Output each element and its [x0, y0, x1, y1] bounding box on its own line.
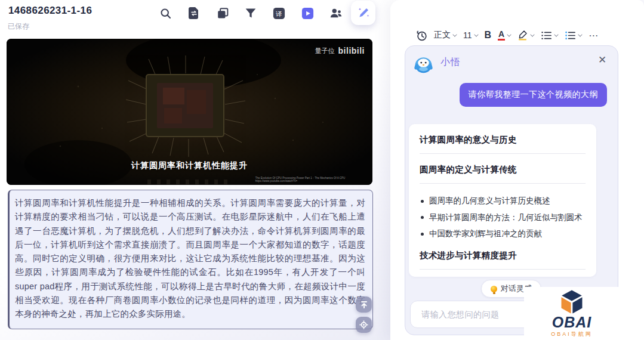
export-button[interactable]: [186, 5, 202, 21]
ellipsis-icon: ⋯: [588, 30, 599, 41]
locate-icon: [359, 320, 368, 329]
ordered-list-icon: [541, 30, 552, 41]
outline-bullet: 圆周率的几何意义与计算历史概述: [420, 193, 586, 209]
save-status: 已保存: [8, 21, 29, 32]
user-message-bubble: 请你帮我整理一下这个视频的大纲: [460, 83, 608, 107]
filter-icon: [245, 7, 257, 19]
outline-divider: [420, 269, 586, 270]
outline-bullet: 早期计算圆周率的方法：几何近似与割圆术: [420, 209, 586, 226]
font-color-label: A: [498, 30, 505, 41]
bold-button[interactable]: B: [485, 30, 492, 41]
highlight-button[interactable]: [517, 30, 534, 41]
outline-divider: [420, 183, 586, 184]
obai-brand-text: OBAI: [552, 315, 592, 329]
translate-icon: 译: [272, 7, 286, 20]
video-caption: 计算圆周率和计算机性能提升: [7, 160, 372, 171]
chevron-down-icon: [474, 32, 478, 36]
video-credit: The Evolution Of CPU Processing Power Pa…: [255, 176, 345, 183]
outline-heading: 技术进步与计算精度提升: [420, 242, 586, 261]
chevron-down-icon: [452, 32, 457, 36]
outline-bullet-list: 圆周率的几何意义与计算历史概述 早期计算圆周率的方法：几何近似与割圆术 中国数学…: [420, 193, 586, 242]
lightbulb-icon: [491, 286, 497, 292]
transcript-block[interactable]: 计算圆周率和计算机性能提升是一种相辅相成的关系。计算圆周率需要庞大的计算量，对计…: [8, 190, 373, 329]
chevron-down-icon: [531, 32, 535, 36]
ordered-list-button[interactable]: [541, 30, 558, 41]
magic-wand-icon: [356, 6, 371, 20]
font-color-button[interactable]: A: [498, 30, 511, 41]
paragraph-style-value: 正文: [434, 30, 451, 41]
search-icon: [159, 7, 172, 20]
outline-heading: 圆周率的定义与计算传统: [420, 154, 586, 175]
highlighter-icon: [517, 30, 528, 41]
copy-icon: [217, 7, 229, 20]
svg-text:+: +: [417, 30, 419, 33]
assistant-avatar: [412, 52, 435, 75]
font-size-value: 11: [463, 30, 472, 40]
bullet-list-button[interactable]: [565, 30, 582, 41]
chevron-down-icon: [554, 32, 559, 36]
search-button[interactable]: [158, 5, 173, 21]
close-icon: ✕: [598, 54, 606, 66]
obai-subtitle-text: OBAI导航网: [551, 330, 593, 338]
bullet-list-icon: [565, 30, 576, 41]
bold-label: B: [485, 30, 492, 41]
svg-text:译: 译: [275, 10, 282, 17]
format-history-button[interactable]: +: [416, 30, 427, 41]
paragraph-style-select[interactable]: 正文: [434, 30, 457, 41]
bilibili-watermark: 量子位 bilibili: [315, 46, 365, 55]
obai-logo-cube: [559, 289, 585, 314]
page-title[interactable]: 1468626231-1-16: [8, 5, 92, 17]
credit-url: https://www.youtube.com/watch?v=: [255, 180, 345, 183]
locate-button[interactable]: [356, 317, 372, 333]
channel-watermark: 量子位: [315, 47, 335, 55]
collaborators-button[interactable]: [328, 5, 344, 21]
editor-toolbar: + 正文 11 B A ⋯: [416, 26, 599, 44]
chevron-down-icon: [507, 32, 511, 36]
font-size-select[interactable]: 11: [463, 30, 478, 40]
doc-transfer-icon: [188, 7, 200, 20]
video-player[interactable]: 量子位 bilibili 计算圆周率和计算机性能提升 The Evolution…: [7, 39, 372, 185]
history-clock-icon: +: [416, 30, 427, 41]
more-button[interactable]: ⋯: [588, 30, 599, 41]
obai-watermark: OBAI OBAI导航网: [524, 287, 620, 340]
video-button[interactable]: [300, 5, 315, 21]
chevron-down-icon: [578, 32, 583, 36]
bilibili-logo: bilibili: [338, 46, 365, 55]
people-icon: [329, 7, 343, 20]
outline-bullet: 中国数学家刘辉与祖冲之的贡献: [420, 225, 586, 242]
translate-button[interactable]: 译: [271, 5, 286, 21]
chat-close-button[interactable]: ✕: [596, 54, 609, 67]
scroll-top-icon: [360, 301, 368, 309]
scroll-top-button[interactable]: [356, 296, 372, 313]
assistant-name: 小悟: [440, 56, 461, 69]
ai-assistant-button[interactable]: [351, 1, 375, 25]
copy-button[interactable]: [215, 5, 230, 21]
video-play-icon: [301, 7, 315, 20]
outline-heading: 计算圆周率的意义与历史: [420, 124, 586, 146]
filter-button[interactable]: [243, 5, 258, 21]
outline-card[interactable]: 计算圆周率的意义与历史 圆周率的定义与计算传统 圆周率的几何意义与计算历史概述 …: [409, 124, 596, 277]
